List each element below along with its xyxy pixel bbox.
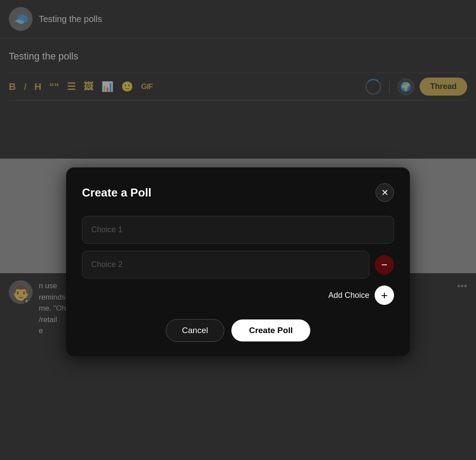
modal-footer: Cancel Create Poll — [82, 319, 394, 342]
modal-header: Create a Poll ✕ — [82, 183, 394, 202]
close-modal-button[interactable]: ✕ — [376, 183, 394, 202]
choice-2-input[interactable] — [82, 251, 369, 278]
modal-overlay: Create a Poll ✕ − Add Choice + Cancel Cr… — [0, 0, 476, 460]
add-choice-label: Add Choice — [328, 291, 369, 300]
remove-choice-2-button[interactable]: − — [375, 255, 394, 275]
add-choice-row: Add Choice + — [82, 286, 394, 305]
choice-1-input[interactable] — [82, 216, 394, 244]
cancel-button[interactable]: Cancel — [166, 319, 224, 342]
choice-1-row — [82, 216, 394, 244]
create-poll-modal: Create a Poll ✕ − Add Choice + Cancel Cr… — [66, 167, 410, 356]
modal-title: Create a Poll — [82, 186, 152, 200]
create-poll-button[interactable]: Create Poll — [231, 319, 310, 341]
add-choice-button[interactable]: + — [375, 286, 394, 305]
choice-2-row: − — [82, 251, 394, 278]
